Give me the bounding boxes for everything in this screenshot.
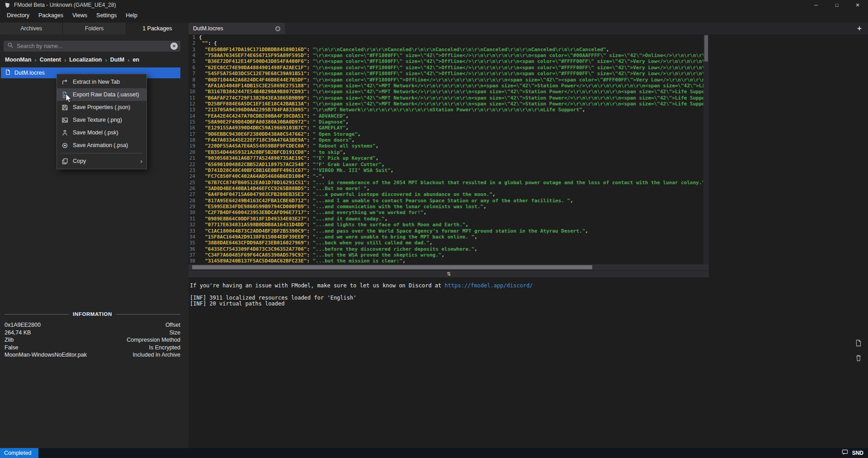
clear-log-icon[interactable] <box>854 354 863 362</box>
code-line-text: "D25BFF884E6A5DC1EF16E18C42BAB13A": "\r\… <box>198 101 709 107</box>
menu-packages[interactable]: Packages <box>34 10 68 21</box>
code-line: 6 "62EC8CC74E90DA4884901498FA2AEC1F": "\… <box>189 65 709 71</box>
breadcrumb-item[interactable]: DutM <box>110 57 124 63</box>
breadcrumb-item[interactable]: Localization <box>69 57 102 63</box>
menu-item-label: Save Properties (.json) <box>73 104 130 110</box>
document-tab[interactable]: DutM.locres <box>189 23 285 34</box>
code-line: 34 "15F8AC1649A2D9138F815084EDF39EE0": "… <box>189 234 709 240</box>
vertical-scrollbar-thumb[interactable] <box>704 35 708 62</box>
menu-item-save-texture[interactable]: Save Texture (.png) <box>57 114 146 126</box>
line-number: 29 <box>189 204 198 210</box>
line-number: 11 <box>189 95 198 101</box>
chevron-right-icon: › <box>105 57 107 63</box>
horizontal-scrollbar[interactable] <box>189 264 709 270</box>
code-line: 4 "758AA76345EF74E656715F95A89F595D": "\… <box>189 52 709 58</box>
sound-toggle[interactable]: SND <box>852 450 863 456</box>
tab-folders[interactable]: Folders <box>63 23 125 34</box>
line-number: 36 <box>189 246 198 252</box>
code-line-text: "38B8DAE6463CFDD9A8F23EB016027969": "...… <box>198 240 433 246</box>
tab-status-dot-icon[interactable] <box>275 26 280 31</box>
code-viewer[interactable]: 1{2 "": {3 "E850B0F147DA19C171DDBDB84589… <box>189 34 709 264</box>
minimize-button[interactable]: ─ <box>806 0 826 10</box>
line-number: 8 <box>189 77 198 83</box>
code-line-text: "758AA76345EF74E656715F95A89F595D": "\r\… <box>198 52 709 58</box>
code-line-text: "E850B0F147DA19C171DDBDB84589D16D": "\r\… <box>198 47 609 52</box>
menu-views[interactable]: Views <box>68 10 92 21</box>
breadcrumb-item[interactable]: en <box>132 57 139 63</box>
line-number: 37 <box>189 252 198 258</box>
horizontal-scrollbar-thumb[interactable] <box>192 265 592 269</box>
info-value: 264,74 KB <box>5 329 31 337</box>
information-header: INFORMATION <box>5 311 180 317</box>
document-tab-label: DutM.locres <box>193 25 223 32</box>
maximize-button[interactable]: □ <box>826 0 847 10</box>
window-controls: ─ □ ✕ <box>806 0 868 10</box>
breadcrumb-item[interactable]: Content <box>40 57 61 63</box>
add-tab-button[interactable]: + <box>857 23 862 34</box>
status-bar: Completed SND <box>0 448 868 458</box>
splitter-handle[interactable]: ⇅ <box>189 271 709 277</box>
line-number: 34 <box>189 234 198 240</box>
info-row-archive: MoonMan-WindowsNoEditor.pak Included In … <box>5 351 180 359</box>
info-row-size: 264,74 KB Size <box>5 329 180 337</box>
tab-packages[interactable]: 1 Packages <box>126 23 189 34</box>
menu-item-save-properties[interactable]: Save Properties (.json) <box>57 101 146 114</box>
search-input[interactable] <box>17 43 167 49</box>
code-line-text: "E5995EB34FDE9860599B9794CD000FB9": "...… <box>198 204 486 210</box>
code-line-text: "EB354D44459321A28BF5B2BFCD191CD8": " to… <box>198 149 346 155</box>
menu-help[interactable]: Help <box>121 10 142 21</box>
code-line-text: "9D6EBBC9430E6F2380DD438A0C547662": " Op… <box>198 131 361 137</box>
submenu-arrow-icon: › <box>140 157 142 165</box>
search-icon <box>7 42 14 50</box>
code-line-text: "58A90E2F49D84DBFA80380A30BA0D972": " Di… <box>198 119 349 125</box>
window-title: FModel Beta - Unknown (GAME_UE4_28) <box>14 2 116 8</box>
line-number: 3 <box>189 47 198 52</box>
menu-item-label: Save Model (.psk) <box>73 129 118 136</box>
close-button[interactable]: ✕ <box>847 0 868 10</box>
code-line-text: "0989E8B64C0DDF3018F1D49334E03E27": "...… <box>198 216 387 222</box>
menu-settings[interactable]: Settings <box>92 10 121 21</box>
menu-item-label: Copy <box>73 158 86 164</box>
code-line-text: "213705A94396D0AA2295B784FA833095": "\r\… <box>198 107 585 113</box>
notification-icon[interactable] <box>842 449 848 457</box>
tab-archives[interactable]: Archives <box>0 23 62 34</box>
code-line-text: "B6AFAF274C729F1382043EA3865B9B99": "\r\… <box>198 95 709 101</box>
menu-item-save-model[interactable]: Save Model (.psk) <box>57 126 146 139</box>
code-line: 24 "FC7C850F40C402A64AD54686B6ED1004": "… <box>189 173 709 179</box>
discord-link[interactable]: https://fmodel.app/discord/ <box>445 282 533 289</box>
code-line-text: "B3167B3842447E54B4B290A9B807CD93": "\r\… <box>198 89 709 95</box>
line-number: 23 <box>189 167 198 173</box>
menu-item-save-animation[interactable]: Save Animation (.psa) <box>57 139 146 152</box>
menu-item-export-raw-data[interactable]: Export Raw Data (.uasset) <box>57 88 146 101</box>
menu-item-label: Extract in New Tab <box>73 79 120 85</box>
menu-item-label: Export Raw Data (.uasset) <box>73 91 139 98</box>
vertical-scrollbar[interactable] <box>703 34 709 264</box>
code-line-text: "06D7104442A6824DC4F46D8E44E7B5DF": "\r\… <box>198 77 709 83</box>
info-label: Size <box>170 329 180 337</box>
code-line: 29 "E5995EB34FDE9860599B9794CD000FB9": "… <box>189 204 709 210</box>
code-line-text: "C1AC180044B73C2ADD4BF2BF2B5390C9": "...… <box>198 228 588 234</box>
line-number: 28 <box>189 198 198 204</box>
menu-directory[interactable]: Directory <box>2 10 34 21</box>
menu-item-extract-in-new-tab[interactable]: Extract in New Tab <box>57 76 146 88</box>
menu-item-copy[interactable]: Copy › <box>57 155 146 167</box>
code-line: 35 "38B8DAE6463CFDD9A8F23EB016027969": "… <box>189 240 709 246</box>
line-number: 18 <box>189 137 198 143</box>
file-icon <box>5 69 11 76</box>
code-line-text: "15F8AC1649A2D9138F815084EDF39EE0": "...… <box>198 234 477 240</box>
code-line: 18 "F447A033445E22EF718C39A476A3DE9A": "… <box>189 137 709 143</box>
code-line: 27 "6A4F04F04715A6047903CFB280EB35E3": "… <box>189 191 709 197</box>
info-row-compression: Zlib Compression Method <box>5 336 180 344</box>
line-number: 16 <box>189 125 198 131</box>
code-line: 21 "90305683461A6B777A524890735AE19C": "… <box>189 155 709 161</box>
code-line: 8 "06D7104442A6824DC4F46D8E44E7B5DF": "\… <box>189 77 709 83</box>
code-line: 38 "314589A240B137F5AC5D4DAC62BFC23E": "… <box>189 258 709 264</box>
context-menu: Extract in New Tab Export Raw Data (.uas… <box>57 74 147 169</box>
export-log-icon[interactable] <box>854 339 863 347</box>
code-line-text: "220DF55A45A7E6A554959B8F9FCDEC0A": " Re… <box>198 143 378 149</box>
breadcrumb-item[interactable]: MoonMan <box>5 57 31 63</box>
search-box[interactable]: ✕ <box>4 41 180 52</box>
chevron-right-icon: › <box>34 57 36 63</box>
code-line: 5 "B36E72DF412E14F500D43D854FA400F6": "\… <box>189 58 709 64</box>
clear-search-icon[interactable]: ✕ <box>170 43 178 50</box>
